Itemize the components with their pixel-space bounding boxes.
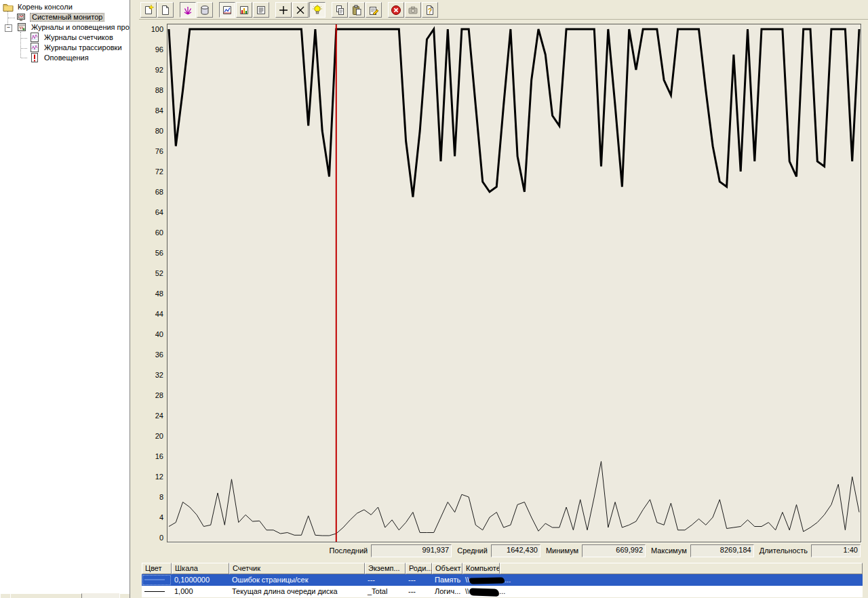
monitor-toolbar: ? bbox=[139, 0, 868, 20]
add-counter-button[interactable] bbox=[275, 2, 292, 18]
duration-label: Длительность bbox=[760, 546, 808, 555]
counter-color-swatch bbox=[144, 579, 165, 580]
y-tick-label: 84 bbox=[139, 106, 163, 115]
y-tick-label: 4 bbox=[139, 513, 163, 522]
counter-parent-cell: --- bbox=[406, 586, 432, 597]
minimum-value: 669,992 bbox=[582, 544, 646, 557]
tree-item-label: Журналы и оповещения прои bbox=[30, 23, 130, 32]
tree-item-counter-logs[interactable]: Журналы счетчиков bbox=[29, 33, 115, 43]
tree-item-label: Корень консоли bbox=[16, 3, 74, 12]
scroll-thumb[interactable] bbox=[10, 593, 82, 598]
y-tick-label: 8 bbox=[139, 493, 163, 502]
tree-item-label: Журналы трассировки bbox=[43, 43, 123, 52]
tree-connector bbox=[20, 32, 21, 58]
y-tick-label: 88 bbox=[139, 86, 163, 95]
tree-item-system-monitor[interactable]: Системный монитор bbox=[16, 12, 104, 22]
y-tick-label: 96 bbox=[139, 45, 163, 54]
help-button[interactable]: ? bbox=[422, 2, 438, 18]
last-value: 991,937 bbox=[371, 544, 452, 557]
update-data-button[interactable] bbox=[405, 2, 421, 18]
column-header-scale[interactable]: Шкала bbox=[172, 563, 229, 574]
counter-name-cell: Ошибок страницы/сек bbox=[229, 574, 365, 586]
y-tick-label: 44 bbox=[139, 310, 163, 319]
computer-suffix: ... bbox=[499, 587, 505, 595]
column-header-counter[interactable]: Счетчик bbox=[229, 563, 365, 574]
counter-parent-cell: --- bbox=[406, 574, 432, 586]
tree-expander-minus[interactable]: − bbox=[5, 24, 12, 32]
y-tick-label: 72 bbox=[139, 167, 163, 176]
counter-row-disk-queue[interactable]: 1,000 Текущая длина очереди диска _Total… bbox=[142, 586, 863, 597]
counter-row-page-faults[interactable]: 0,1000000 Ошибок страницы/сек --- --- Па… bbox=[142, 574, 863, 586]
y-tick-label: 76 bbox=[139, 147, 163, 156]
tree-connector bbox=[21, 38, 27, 39]
highlight-button[interactable] bbox=[309, 2, 326, 18]
tree-item-label: Оповещения bbox=[43, 54, 90, 62]
y-tick-label: 48 bbox=[139, 290, 163, 298]
chart-plot-area bbox=[167, 24, 861, 542]
tree-item-console-root[interactable]: Корень консоли bbox=[3, 2, 74, 12]
view-histogram-button[interactable] bbox=[236, 2, 252, 18]
counter-computer-cell: \\... bbox=[462, 574, 863, 586]
maximum-value: 8269,184 bbox=[690, 544, 754, 557]
copy-properties-icon bbox=[334, 5, 345, 16]
y-tick-label: 40 bbox=[139, 330, 163, 339]
column-header-color[interactable]: Цвет bbox=[142, 563, 172, 574]
pane-splitter[interactable] bbox=[130, 0, 139, 598]
add-counter-icon bbox=[278, 5, 289, 16]
scroll-right-button[interactable] bbox=[119, 593, 130, 598]
duration-value: 1:40 bbox=[811, 544, 861, 557]
tree-horizontal-scrollbar[interactable] bbox=[0, 593, 130, 598]
properties-button[interactable] bbox=[366, 2, 382, 18]
average-value: 1642,430 bbox=[491, 544, 540, 557]
minimum-label: Минимум bbox=[546, 546, 578, 555]
tree-item-trace-logs[interactable]: Журналы трассировки bbox=[29, 43, 123, 53]
y-tick-label: 12 bbox=[139, 473, 163, 481]
counter-computer-cell: \\... bbox=[462, 586, 863, 597]
view-graph-button[interactable] bbox=[219, 2, 235, 18]
y-tick-label: 92 bbox=[139, 66, 163, 75]
paste-counter-list-icon bbox=[351, 5, 362, 16]
chart-lines bbox=[167, 24, 861, 542]
delete-counter-button[interactable] bbox=[292, 2, 309, 18]
freeze-display-button[interactable] bbox=[388, 2, 404, 18]
paste-counter-list-button[interactable] bbox=[349, 2, 365, 18]
counter-legend-table: Цвет Шкала Счетчик Экземп... Роди... Объ… bbox=[142, 563, 863, 597]
y-tick-label: 36 bbox=[139, 351, 163, 359]
counter-instance-cell: --- bbox=[365, 574, 406, 586]
redacted-computer-name bbox=[469, 588, 499, 597]
tree-item-alerts[interactable]: Оповещения bbox=[29, 53, 90, 63]
view-current-activity-button[interactable] bbox=[180, 2, 196, 18]
y-tick-label: 16 bbox=[139, 452, 163, 461]
legend-header-row: Цвет Шкала Счетчик Экземп... Роди... Объ… bbox=[142, 563, 863, 574]
clear-display-button[interactable] bbox=[157, 2, 174, 18]
view-report-button[interactable] bbox=[253, 2, 269, 18]
performance-logs-alerts-icon bbox=[16, 22, 27, 34]
last-label: Последний bbox=[330, 546, 368, 555]
y-tick-label: 56 bbox=[139, 249, 163, 258]
counter-object-cell: Память bbox=[432, 574, 462, 586]
y-tick-label: 52 bbox=[139, 269, 163, 278]
counter-instance-cell: _Total bbox=[365, 586, 406, 597]
column-header-parent[interactable]: Роди... bbox=[406, 563, 432, 574]
column-header-computer[interactable]: Компьютер bbox=[462, 563, 500, 574]
y-axis: 1009692888480767268646056524844403632282… bbox=[139, 20, 163, 562]
copy-properties-button[interactable] bbox=[332, 2, 348, 18]
system-monitor-view: ? 10096928884807672686460565248444036322… bbox=[139, 0, 868, 598]
y-tick-label: 60 bbox=[139, 228, 163, 237]
view-log-data-button[interactable] bbox=[197, 2, 213, 18]
delete-counter-icon bbox=[295, 5, 306, 16]
tree-connector bbox=[21, 58, 27, 58]
y-tick-label: 0 bbox=[139, 534, 163, 542]
view-log-data-icon bbox=[199, 5, 210, 16]
y-tick-label: 32 bbox=[139, 371, 163, 380]
average-label: Средний bbox=[457, 546, 488, 555]
scroll-left-button[interactable] bbox=[0, 593, 11, 598]
counter-color-cell bbox=[142, 574, 172, 586]
new-counter-set-button[interactable] bbox=[140, 2, 157, 18]
y-tick-label: 64 bbox=[139, 208, 163, 217]
maximum-label: Максимум bbox=[651, 546, 687, 555]
column-header-instance[interactable]: Экземп... bbox=[365, 563, 406, 574]
column-header-object[interactable]: Объект bbox=[432, 563, 462, 574]
console-tree-pane: Корень консоли Системный монитор − Журна… bbox=[0, 0, 130, 598]
counter-object-cell: Логич... bbox=[432, 586, 462, 597]
